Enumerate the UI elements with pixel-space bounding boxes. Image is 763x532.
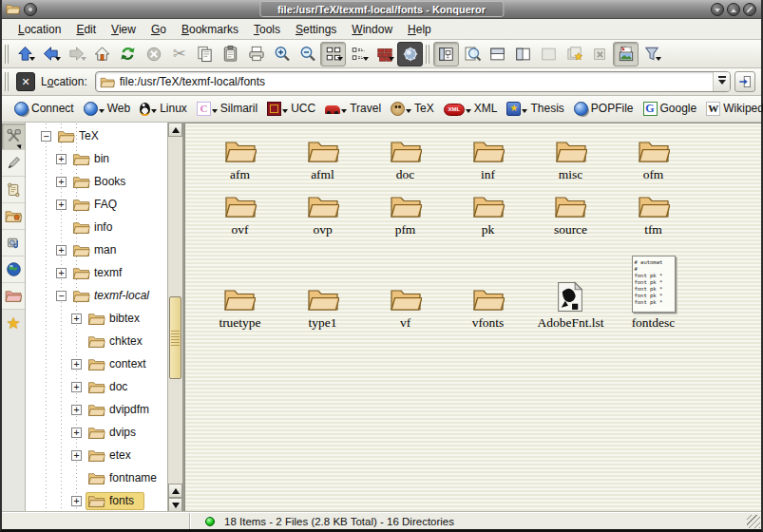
sidebar-home-directory-button[interactable] [2,203,25,230]
tree-expander[interactable] [56,268,67,278]
file-item[interactable]: # automat # font pk * font pk * font pk … [307,286,339,332]
up-button[interactable] [12,42,38,66]
file-item[interactable]: # automat # font pk * font pk * font pk … [472,138,505,184]
file-item[interactable]: # automat # font pk * font pk * font pk … [638,193,670,239]
sidebar-services-button[interactable] [2,230,25,256]
tree-item[interactable]: texmf [26,261,167,284]
file-item[interactable]: # automat # font pk * font pk * font pk … [390,286,422,332]
file-item[interactable]: # automat # font pk * font pk * font pk … [224,138,257,184]
tree-expander[interactable] [56,291,67,301]
menu-item[interactable]: Tools [247,21,287,38]
tree-expander[interactable] [71,496,82,506]
scroll-down-button[interactable] [168,498,182,512]
location-combobox[interactable] [95,71,731,92]
list-view-button[interactable] [346,42,372,66]
titlebar[interactable]: file:/usr/TeX/texmf-local/fonts - Konque… [2,0,761,19]
tree-item[interactable]: context [26,352,167,375]
file-item[interactable]: # automat # font pk * font pk * font pk … [472,286,505,332]
scroll-up-button-2[interactable] [168,484,182,498]
tree-expander[interactable] [56,154,67,164]
tree-expander[interactable] [71,382,82,392]
bookmark-item[interactable]: XML XML [440,99,504,120]
copy-button[interactable] [192,42,218,66]
tree-item[interactable]: Books [26,170,167,193]
sticky-button[interactable] [24,3,37,16]
maximize-button[interactable] [727,3,740,16]
menu-item[interactable]: Help [401,21,438,38]
zoom-out-button[interactable] [295,42,320,66]
tree-item[interactable]: dvipdfm [26,398,167,421]
tree-item[interactable]: info [26,216,167,238]
sidebar-configure-button[interactable] [2,124,25,150]
bookmark-item[interactable]: ★ Thesis [503,99,569,120]
go-button[interactable] [734,71,755,92]
resize-grip[interactable] [747,515,760,528]
tree-expander[interactable] [71,314,82,324]
multicolumn-view-button[interactable] [372,42,397,66]
bookmark-item[interactable]: Connect [10,99,80,120]
menu-item[interactable]: Edit [69,21,103,38]
show-sidebar-button[interactable] [433,42,459,66]
bookmark-item[interactable]: C Silmaril [193,99,263,120]
split-view-left-right-button[interactable] [510,42,536,66]
file-item[interactable]: # automat # font pk * font pk * font pk … [537,281,603,332]
tree-item[interactable]: bibtex [26,307,167,330]
bookmark-item[interactable]: G Google [639,99,703,120]
bookmark-item[interactable]: POPFile [570,99,639,120]
toolbar-handle[interactable] [5,72,9,91]
filter-button[interactable] [639,42,664,66]
tree-expander[interactable] [71,428,82,438]
home-button[interactable] [89,42,115,66]
file-item[interactable]: # automat # font pk * font pk * font pk … [472,193,505,239]
tree-expander[interactable] [71,405,82,415]
location-dropdown-button[interactable] [713,72,730,91]
file-item[interactable]: # automat # font pk * font pk * font pk … [219,286,260,332]
sidebar-root-directory-button[interactable] [2,283,25,310]
menu-item[interactable]: View [105,21,143,38]
image-preview-button[interactable] [613,42,639,66]
scrollbar-track[interactable] [168,137,182,484]
detailed-view-button[interactable] [397,42,423,66]
menu-item[interactable]: Settings [289,21,343,38]
menu-item[interactable]: Location [11,21,67,38]
minimize-button[interactable] [711,3,724,16]
menu-item[interactable]: Go [144,21,173,38]
print-button[interactable] [243,42,269,66]
tree-scrollbar[interactable] [167,123,182,512]
file-item[interactable]: # automat # font pk * font pk * font pk … [632,256,676,332]
toolbar-handle[interactable] [5,45,9,64]
file-item[interactable]: # automat # font pk * font pk * font pk … [554,193,587,239]
file-item[interactable]: # automat # font pk * font pk * font pk … [390,193,422,239]
scrollbar-thumb[interactable] [169,296,181,380]
icon-view-button[interactable] [320,42,346,66]
file-item[interactable]: # automat # font pk * font pk * font pk … [555,138,587,184]
tree-item[interactable]: TeX [26,124,167,147]
tree-item[interactable]: etex [26,444,167,466]
tree-expander[interactable] [56,245,67,256]
tree-item[interactable]: fonts [26,489,167,512]
sidebar-history-button[interactable] [2,177,25,203]
menu-item[interactable]: Window [345,21,399,38]
tree-item[interactable]: bin [26,147,167,170]
tree-expander[interactable] [71,450,82,461]
tree-expander[interactable] [56,177,67,187]
bookmark-item[interactable]: UCC [263,99,321,120]
sidebar-network-button[interactable] [2,256,25,283]
bookmark-item[interactable]: Linux [136,99,193,120]
file-item[interactable]: # automat # font pk * font pk * font pk … [224,193,257,239]
preview-button[interactable] [459,42,485,66]
menu-item[interactable]: Bookmarks [175,21,245,38]
location-input[interactable] [115,75,713,88]
close-button[interactable] [743,3,756,16]
tree-item[interactable]: fontname [26,466,167,489]
window-menu-folder-icon[interactable] [6,3,20,15]
tree-expander[interactable] [71,359,82,370]
file-item[interactable]: # automat # font pk * font pk * font pk … [307,138,339,184]
toolbar-handle[interactable] [426,45,429,64]
paste-button[interactable] [218,42,243,66]
tree-item[interactable]: man [26,238,167,261]
bookmark-item[interactable]: TeX [387,99,440,120]
back-button[interactable] [38,42,64,66]
tree-expander[interactable] [41,131,51,142]
tree-item[interactable]: FAQ [26,193,167,216]
